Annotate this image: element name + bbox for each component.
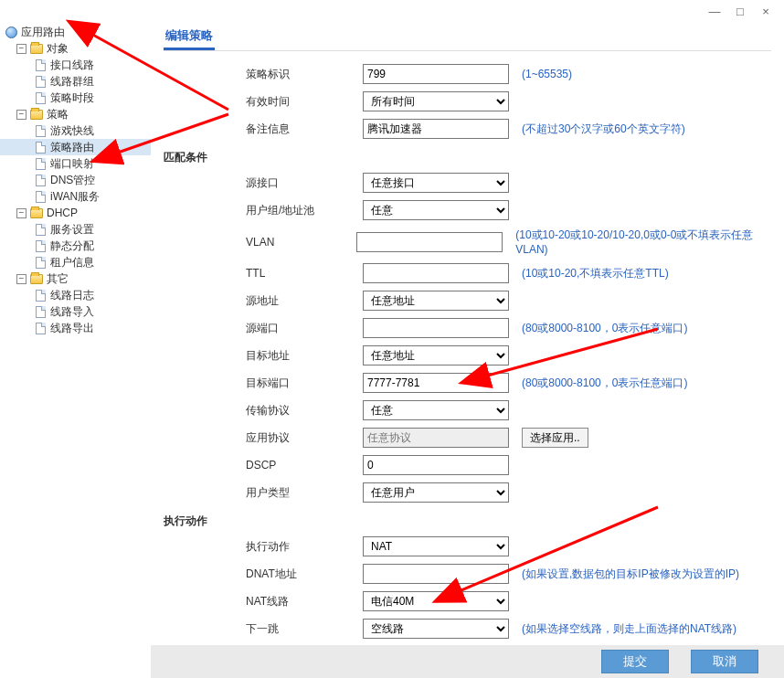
page-icon (33, 222, 48, 237)
folder-icon (29, 41, 44, 56)
hint-dnat: (如果设置,数据包的目标IP被修改为设置的IP) (522, 567, 739, 582)
cancel-button[interactable]: 取消 (691, 650, 758, 673)
tree-group-other[interactable]: − 其它 (0, 270, 151, 287)
collapse-icon[interactable]: − (16, 208, 26, 218)
dscp-input[interactable] (363, 455, 509, 475)
label-dscp: DSCP (246, 459, 363, 471)
page-icon (33, 140, 48, 154)
tree-item-line-log[interactable]: 线路日志 (0, 287, 151, 303)
label-policy-id: 策略标识 (246, 67, 363, 82)
page-icon (33, 321, 48, 335)
section-exec: 执行动作 (164, 514, 771, 529)
vlan-input[interactable] (356, 232, 503, 252)
tree-item-line-import[interactable]: 线路导入 (0, 303, 151, 320)
hint-policy-id: (1~65535) (522, 68, 572, 80)
tree-root-label: 应用路由 (21, 25, 65, 40)
folder-icon (29, 206, 44, 220)
valid-time-select[interactable]: 所有时间 (363, 91, 509, 111)
user-type-select[interactable]: 任意用户 (363, 482, 509, 503)
usergroup-select[interactable]: 任意 (363, 200, 509, 220)
label-vlan: VLAN (246, 236, 356, 249)
hint-remark: (不超过30个汉字或60个英文字符) (522, 122, 685, 137)
folder-icon (29, 271, 44, 286)
hint-dst-port: (80或8000-8100，0表示任意端口) (522, 376, 687, 391)
dst-port-input[interactable] (363, 373, 509, 393)
ttl-input[interactable] (363, 263, 509, 283)
page-icon (33, 288, 48, 302)
submit-button[interactable]: 提交 (601, 650, 669, 673)
src-port-input[interactable] (363, 318, 509, 338)
dst-addr-select[interactable]: 任意地址 (363, 345, 509, 365)
page-icon (33, 173, 48, 187)
hint-next-hop: (如果选择空线路，则走上面选择的NAT线路) (522, 621, 736, 637)
label-nat-line: NAT线路 (246, 594, 363, 609)
tree-group-dhcp[interactable]: − DHCP (0, 205, 151, 221)
nat-line-select[interactable]: 电信40M (363, 591, 509, 611)
page-icon (33, 189, 48, 204)
label-next-hop: 下一跳 (246, 621, 363, 637)
hint-ttl: (10或10-20,不填表示任意TTL) (522, 266, 669, 281)
page-icon (33, 90, 48, 105)
page-icon (33, 156, 48, 171)
tree-item-static-alloc[interactable]: 静态分配 (0, 238, 151, 254)
tree-item-line-group[interactable]: 线路群组 (0, 73, 151, 90)
tree-group-objects[interactable]: − 对象 (0, 40, 151, 57)
tree-item-iwan-service[interactable]: iWAN服务 (0, 188, 151, 205)
tree-item-port-mapping[interactable]: 端口映射 (0, 155, 151, 172)
label-app-protocol: 应用协议 (246, 430, 363, 446)
tree-root-app-routing[interactable]: 应用路由 (0, 24, 151, 40)
label-dst-port: 目标端口 (246, 376, 363, 391)
window-close-button[interactable]: × (753, 2, 779, 20)
tree-group-policy[interactable]: − 策略 (0, 106, 151, 122)
section-match: 匹配条件 (164, 150, 771, 165)
label-usergroup: 用户组/地址池 (246, 203, 363, 218)
page-icon (33, 74, 48, 89)
tab-edit-policy[interactable]: 编辑策略 (164, 24, 215, 50)
exec-action-select[interactable]: NAT (363, 536, 509, 556)
label-ttl: TTL (246, 267, 363, 280)
tree-item-line-export[interactable]: 线路导出 (0, 320, 151, 336)
label-src-addr: 源地址 (246, 293, 363, 309)
page-icon (33, 58, 48, 72)
label-valid-time: 有效时间 (246, 94, 363, 110)
window-minimize-button[interactable]: — (702, 2, 727, 20)
tree-item-policy-routing[interactable]: 策略路由 (0, 139, 151, 155)
remark-input[interactable] (363, 119, 509, 139)
globe-icon (4, 25, 18, 39)
app-protocol-input (363, 428, 509, 448)
label-remark: 备注信息 (246, 122, 363, 137)
window-maximize-button[interactable]: □ (727, 2, 753, 20)
tree-item-dns-control[interactable]: DNS管控 (0, 172, 151, 188)
protocol-select[interactable]: 任意 (363, 400, 509, 420)
label-protocol: 传输协议 (246, 403, 363, 418)
label-user-type: 用户类型 (246, 485, 363, 501)
src-addr-select[interactable]: 任意地址 (363, 291, 509, 311)
tree-item-policy-period[interactable]: 策略时段 (0, 90, 151, 106)
hint-src-port: (80或8000-8100，0表示任意端口) (522, 321, 687, 336)
tree-item-game-express[interactable]: 游戏快线 (0, 122, 151, 139)
collapse-icon[interactable]: − (16, 274, 26, 284)
folder-icon (29, 107, 44, 122)
collapse-icon[interactable]: − (16, 110, 26, 120)
select-app-button[interactable]: 选择应用.. (522, 428, 588, 448)
src-interface-select[interactable]: 任意接口 (363, 173, 509, 193)
page-icon (33, 304, 48, 319)
label-dnat: DNAT地址 (246, 567, 363, 582)
main-panel: 编辑策略 策略标识 (1~65535) 有效时间 所有时间 备注信息 (不超过3… (151, 22, 784, 678)
sidebar: 应用路由 − 对象 接口线路 线路群组 策略时段 − 策略 游戏快线 策略路由 … (0, 22, 151, 678)
hint-vlan: (10或10-20或10-20/10-20,0或0-0或不填表示任意VLAN) (515, 228, 771, 256)
label-exec-action: 执行动作 (246, 539, 363, 555)
tree-item-interface-line[interactable]: 接口线路 (0, 57, 151, 73)
policy-id-input[interactable] (363, 64, 509, 84)
page-icon (33, 238, 48, 253)
collapse-icon[interactable]: − (16, 44, 26, 54)
tree-item-service-settings[interactable]: 服务设置 (0, 221, 151, 238)
next-hop-select[interactable]: 空线路 (363, 619, 509, 639)
label-src-port: 源端口 (246, 321, 363, 336)
label-dst-addr: 目标地址 (246, 348, 363, 364)
page-icon (33, 255, 48, 270)
label-src-interface: 源接口 (246, 175, 363, 191)
dnat-input[interactable] (363, 564, 509, 584)
tree-item-lease-info[interactable]: 租户信息 (0, 254, 151, 270)
page-icon (33, 123, 48, 138)
